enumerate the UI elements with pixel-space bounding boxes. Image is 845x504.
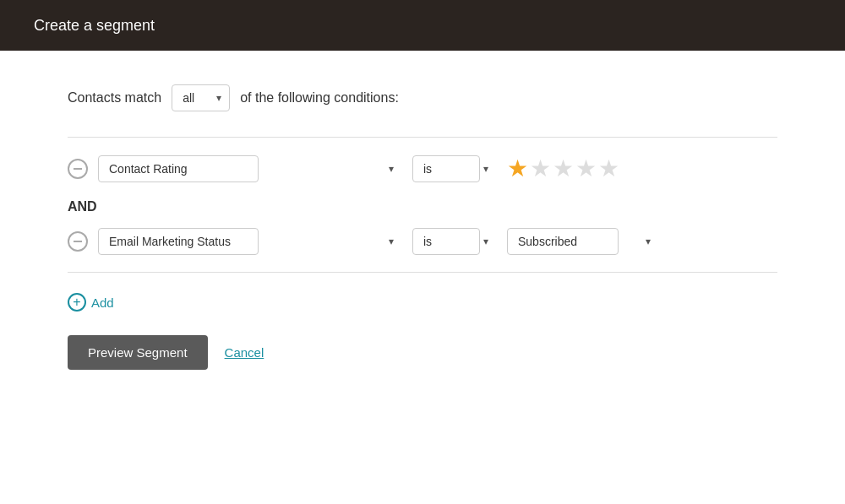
star-4[interactable]: ★ (575, 154, 597, 182)
condition-1-operator-wrapper: is is not (412, 155, 497, 182)
bottom-divider (68, 272, 777, 273)
star-2[interactable]: ★ (530, 154, 551, 182)
add-circle-icon: + (68, 293, 86, 312)
star-3[interactable]: ★ (553, 154, 574, 182)
and-label: AND (68, 199, 777, 214)
condition-1-field-wrapper: Contact Rating Email Marketing Status Fi… (98, 155, 402, 182)
condition-2-value-select[interactable]: Subscribed Unsubscribed Pending (507, 228, 619, 255)
contacts-match-row: Contacts match all any of the following … (68, 84, 777, 111)
main-content: Contacts match all any of the following … (0, 51, 845, 404)
condition-1-operator-select[interactable]: is is not (412, 155, 480, 182)
condition-2-operator-select[interactable]: is is not (412, 228, 480, 255)
add-label: Add (91, 295, 114, 310)
match-type-select-wrapper: all any (172, 84, 230, 111)
remove-condition-2-button[interactable] (68, 231, 88, 252)
condition-row-2: Contact Rating Email Marketing Status Fi… (68, 228, 777, 255)
star-5[interactable]: ★ (598, 154, 619, 182)
top-divider (68, 137, 777, 138)
condition-2-field-wrapper: Contact Rating Email Marketing Status Fi… (98, 228, 402, 255)
add-condition-button[interactable]: + Add (68, 293, 114, 312)
action-row: Preview Segment Cancel (68, 335, 777, 370)
contacts-match-label: Contacts match (68, 90, 161, 106)
remove-condition-1-button[interactable] (68, 159, 88, 179)
minus-icon-2 (74, 241, 82, 242)
stars-rating: ★ ★ ★ ★ ★ (507, 154, 619, 182)
cancel-button[interactable]: Cancel (225, 345, 264, 360)
add-row: + Add (68, 293, 777, 312)
condition-2-field-select[interactable]: Contact Rating Email Marketing Status Fi… (98, 228, 259, 255)
condition-1-field-select[interactable]: Contact Rating Email Marketing Status Fi… (98, 155, 259, 182)
minus-icon (74, 168, 82, 170)
match-type-select[interactable]: all any (172, 84, 230, 111)
page-header: Create a segment (0, 0, 845, 51)
condition-2-operator-wrapper: is is not (412, 228, 497, 255)
condition-2-value-wrapper: Subscribed Unsubscribed Pending (507, 228, 659, 255)
condition-row-1: Contact Rating Email Marketing Status Fi… (68, 154, 777, 182)
star-1[interactable]: ★ (507, 154, 528, 182)
following-conditions-text: of the following conditions: (240, 90, 399, 106)
preview-segment-button[interactable]: Preview Segment (68, 335, 208, 370)
page-title: Create a segment (34, 17, 155, 35)
